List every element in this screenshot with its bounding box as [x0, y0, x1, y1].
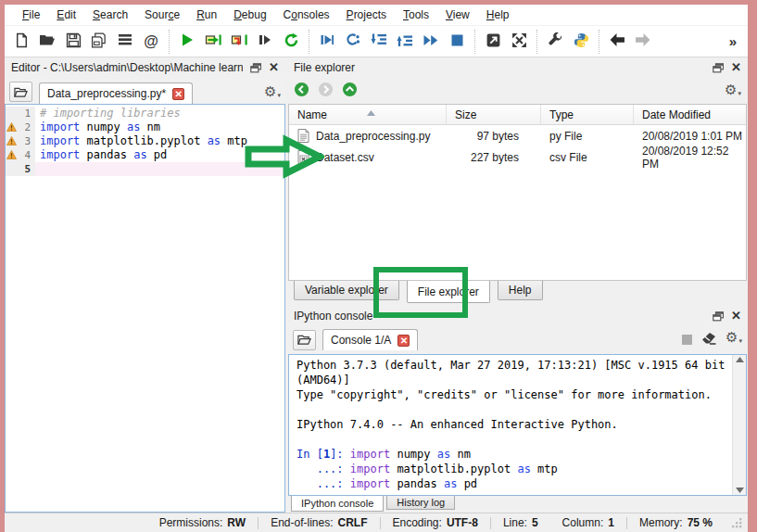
explorer-options-gear-icon[interactable]: ⚙▾ [725, 83, 741, 97]
step-over-button[interactable] [340, 29, 366, 55]
save-button[interactable] [60, 29, 86, 55]
tab-ipython-console[interactable]: IPython console [291, 496, 384, 512]
forward-button[interactable] [630, 29, 656, 55]
fullscreen-button[interactable] [506, 29, 532, 55]
console-line: IPython 7.4.0 -- An enhanced Interactive… [296, 417, 727, 432]
close-icon[interactable]: ✕ [731, 62, 741, 73]
console-tab-label: Console 1/A [331, 334, 391, 347]
line-number: 2 [6, 120, 35, 134]
undock-icon[interactable] [713, 311, 724, 322]
toolbar-separator [169, 30, 170, 54]
warning-icon [6, 136, 17, 146]
column-header-type[interactable]: Type [541, 105, 634, 124]
maximize-pane-icon [486, 32, 501, 51]
console-line: Python 3.7.3 (default, Mar 27 2019, 17:1… [296, 358, 727, 373]
close-icon[interactable]: ✕ [731, 310, 741, 322]
undock-icon[interactable] [713, 63, 724, 73]
clear-console-icon[interactable] [701, 332, 716, 348]
maximize-pane-button[interactable] [480, 29, 506, 55]
status-separator [258, 517, 259, 529]
step-out-button[interactable] [392, 29, 418, 55]
column-header-date-modified[interactable]: Date Modified [634, 105, 746, 124]
resize-grip-icon[interactable] [732, 518, 742, 531]
interrupt-kernel-icon[interactable] [682, 335, 692, 345]
console-tab-close-icon[interactable]: ✕ [397, 335, 410, 347]
scroll-up-icon[interactable] [736, 357, 744, 362]
python-path-manager-icon [574, 32, 589, 51]
editor-tab-close-icon[interactable]: ✕ [172, 88, 184, 100]
open-file-button[interactable] [34, 29, 60, 55]
back-nav-icon[interactable] [294, 82, 309, 100]
menu-help[interactable]: Help [478, 5, 518, 26]
continue-execution-button[interactable] [418, 29, 444, 55]
run-cell-advance-button[interactable] [226, 29, 252, 55]
browse-consoles-button[interactable] [293, 330, 316, 350]
console-tab-strip: IPython consoleHistory log [287, 496, 748, 513]
menu-source[interactable]: Source [136, 5, 188, 26]
debug-file-button[interactable] [314, 29, 340, 55]
menu-consoles[interactable]: Consoles [275, 5, 338, 26]
new-file-button[interactable] [8, 29, 34, 55]
file-date-cell: 20/08/2019 1:01 PM [634, 130, 746, 143]
menu-projects[interactable]: Projects [338, 5, 395, 26]
open-file-icon [39, 32, 56, 50]
console-tab[interactable]: Console 1/A ✕ [322, 329, 418, 350]
symbol-finder-button[interactable]: @ [138, 29, 164, 55]
menu-view[interactable]: View [437, 5, 478, 26]
code-editor[interactable]: 1# importing libraries2import numpy as n… [5, 104, 285, 513]
menu-tools[interactable]: Tools [395, 5, 437, 26]
code-line: 3import matplotlib.pyplot as mtp [6, 134, 284, 148]
menu-bar: FileEditSearchSourceRunDebugConsolesProj… [5, 5, 748, 26]
console-line: ...: import pandas as pd [296, 476, 727, 491]
tab-history-log[interactable]: History log [386, 496, 455, 510]
rerun-cell-button[interactable] [278, 29, 304, 55]
preferences-button[interactable] [542, 29, 568, 55]
run-cell-button[interactable] [200, 29, 226, 55]
console-scrollbar[interactable] [732, 355, 746, 495]
column-header-name[interactable]: Name [289, 105, 447, 124]
toolbar-separator [536, 30, 537, 54]
file-type-cell: py File [541, 130, 634, 143]
run-selection-icon [258, 32, 272, 50]
fullscreen-icon [511, 32, 527, 51]
back-button[interactable] [604, 29, 630, 55]
run-selection-button[interactable] [252, 29, 278, 55]
rerun-cell-icon [284, 32, 299, 51]
table-row[interactable]: Dataset.csv227 bytescsv File20/08/2019 1… [289, 146, 746, 168]
scroll-down-icon[interactable] [736, 488, 744, 493]
undock-icon[interactable] [250, 63, 261, 73]
step-into-button[interactable] [366, 29, 392, 55]
toolbar-overflow-button[interactable]: » [722, 33, 744, 49]
console-line [296, 432, 727, 447]
console-line: (AMD64)] [296, 373, 727, 387]
continue-execution-icon [423, 33, 439, 50]
menu-debug[interactable]: Debug [225, 5, 274, 26]
run-cell-advance-icon [231, 32, 248, 50]
editor-options-gear-icon[interactable]: ⚙▾ [264, 85, 281, 99]
run-file-icon [180, 32, 195, 50]
python-path-manager-button[interactable] [568, 29, 594, 55]
line-number: 3 [6, 134, 35, 148]
close-icon[interactable]: ✕ [269, 62, 279, 73]
console-output[interactable]: Python 3.7.3 (default, Mar 27 2019, 17:1… [288, 354, 747, 496]
menu-file[interactable]: File [14, 5, 48, 26]
debug-file-icon [320, 32, 334, 50]
status-end-of-lines: End-of-lines:CRLF [271, 516, 367, 529]
run-file-button[interactable] [174, 29, 200, 55]
browse-tabs-button[interactable] [9, 82, 32, 102]
menu-run[interactable]: Run [188, 5, 225, 26]
editor-tab[interactable]: Data_preprocessing.py* ✕ [39, 82, 193, 104]
tab-help[interactable]: Help [498, 281, 543, 300]
sort-ascending-icon [367, 106, 375, 119]
menu-edit[interactable]: Edit [48, 5, 84, 26]
status-permissions: Permissions:RW [159, 516, 246, 529]
save-all-button[interactable] [86, 29, 112, 55]
parent-directory-icon[interactable] [342, 82, 358, 100]
column-header-size[interactable]: Size [447, 105, 541, 124]
console-options-gear-icon[interactable]: ⚙▾ [725, 331, 742, 345]
status-items: Permissions:RWEnd-of-lines:CRLFEncoding:… [147, 516, 725, 529]
menu-search[interactable]: Search [84, 5, 136, 26]
stop-debugging-button[interactable] [444, 29, 470, 55]
forward-nav-icon[interactable] [318, 82, 334, 100]
file-switcher-button[interactable] [112, 29, 138, 55]
